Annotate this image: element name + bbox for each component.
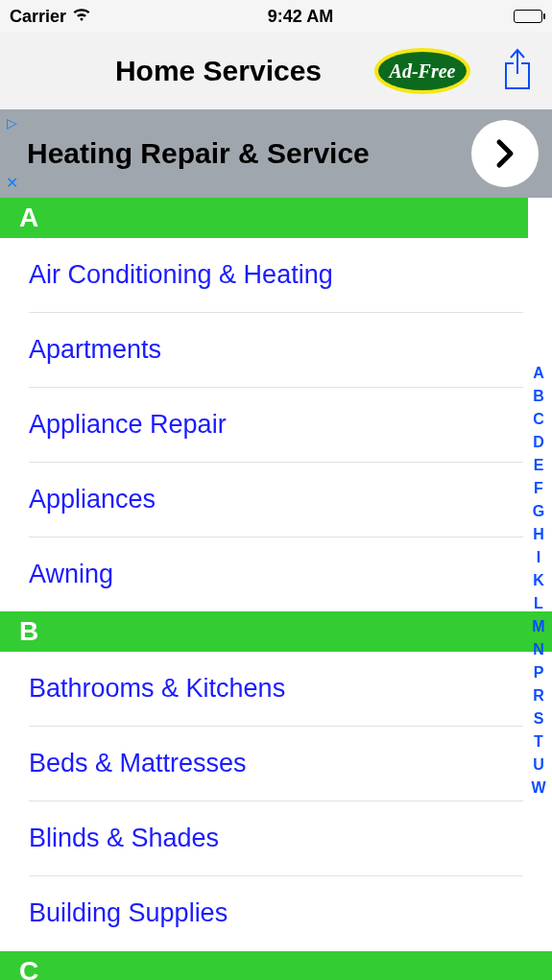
ad-choices: ▷ ✕	[0, 109, 23, 198]
list-item-label: Bathrooms & Kitchens	[29, 652, 523, 726]
list-section-a: Air Conditioning & Heating Apartments Ap…	[0, 238, 552, 611]
index-item[interactable]: W	[529, 779, 548, 797]
index-item[interactable]: P	[529, 664, 548, 681]
index-item[interactable]: F	[529, 480, 548, 497]
index-item[interactable]: K	[529, 572, 548, 589]
list-item-label: Beds & Mattresses	[29, 727, 523, 801]
section-header-b: B	[0, 611, 552, 652]
section-letter: C	[19, 956, 38, 980]
index-item[interactable]: B	[529, 388, 548, 405]
list-item[interactable]: Appliance Repair	[0, 388, 552, 462]
ad-play-icon[interactable]: ▷	[7, 115, 17, 131]
list-item[interactable]: Blinds & Shades	[0, 801, 552, 875]
index-item[interactable]: C	[529, 411, 548, 428]
nav-bar: Home Services Ad-Free	[0, 33, 552, 109]
index-item[interactable]: A	[529, 365, 548, 382]
list-section-b: Bathrooms & Kitchens Beds & Mattresses B…	[0, 652, 552, 950]
list-item[interactable]: Beds & Mattresses	[0, 727, 552, 801]
index-item[interactable]: T	[529, 733, 548, 751]
list-item[interactable]: Awning	[0, 538, 552, 611]
list-item-label: Air Conditioning & Heating	[29, 238, 523, 312]
list-item-label: Apartments	[29, 313, 523, 387]
index-item[interactable]: U	[529, 756, 548, 774]
index-item[interactable]: R	[529, 687, 548, 705]
ad-banner[interactable]: ▷ ✕ Heating Repair & Service	[0, 109, 552, 198]
index-item[interactable]: H	[529, 526, 548, 543]
share-icon[interactable]	[498, 47, 537, 95]
list-item[interactable]: Appliances	[0, 463, 552, 537]
section-header-c-partial: C	[0, 951, 552, 980]
section-letter: B	[19, 616, 38, 647]
status-right	[510, 10, 542, 23]
index-item[interactable]: N	[529, 641, 548, 658]
adfree-badge[interactable]: Ad-Free	[374, 48, 470, 94]
index-item[interactable]: I	[529, 549, 548, 566]
index-item[interactable]: L	[529, 595, 548, 612]
index-item[interactable]: E	[529, 457, 548, 474]
battery-icon	[514, 10, 542, 23]
ad-arrow-button[interactable]	[471, 120, 539, 187]
index-item[interactable]: S	[529, 710, 548, 728]
index-item[interactable]: M	[529, 618, 548, 635]
chevron-right-icon	[488, 136, 522, 171]
carrier-label: Carrier	[10, 7, 66, 27]
list-item[interactable]: Air Conditioning & Heating	[0, 238, 552, 312]
list-item-label: Building Supplies	[29, 876, 523, 950]
index-item[interactable]: G	[529, 503, 548, 520]
index-bar[interactable]: A B C D E F G H I K L M N P R S T U W	[529, 365, 548, 797]
page-title: Home Services	[115, 55, 322, 87]
section-header-a: A	[0, 198, 528, 238]
list-item[interactable]: Apartments	[0, 313, 552, 387]
list-item-label: Appliance Repair	[29, 388, 523, 462]
list-item[interactable]: Building Supplies	[0, 876, 552, 950]
section-letter: A	[19, 203, 38, 233]
ad-title: Heating Repair & Service	[23, 137, 471, 170]
wifi-icon	[72, 7, 91, 27]
ad-close-icon[interactable]: ✕	[6, 174, 18, 192]
adfree-label: Ad-Free	[378, 52, 467, 90]
list-item-label: Appliances	[29, 463, 523, 537]
list-item-label: Blinds & Shades	[29, 801, 523, 875]
status-left: Carrier	[10, 7, 91, 27]
list-item-label: Awning	[29, 538, 523, 611]
status-bar: Carrier 9:42 AM	[0, 0, 552, 33]
index-item[interactable]: D	[529, 434, 548, 451]
list-item[interactable]: Bathrooms & Kitchens	[0, 652, 552, 726]
clock-label: 9:42 AM	[268, 7, 333, 27]
